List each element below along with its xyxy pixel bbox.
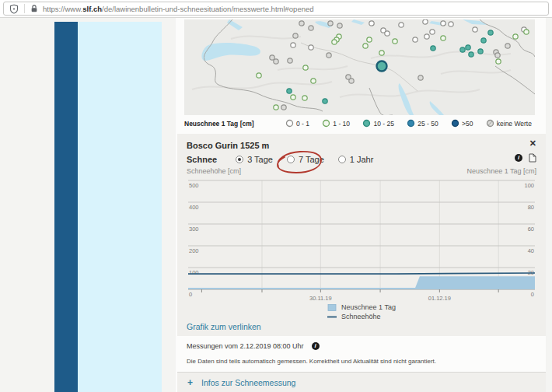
- info-icon[interactable]: i: [515, 154, 522, 162]
- station-marker[interactable]: [270, 55, 274, 60]
- left-cyan-panel: [78, 22, 162, 392]
- station-marker[interactable]: [302, 96, 307, 100]
- chart-legend-entry: Neuschnee 1 Tag: [327, 303, 396, 311]
- infos-expander-label: Infos zur Schneemessung: [201, 378, 295, 387]
- url-domain: slf.ch: [82, 5, 102, 13]
- radio-7-tage[interactable]: 7 Tage: [287, 155, 324, 164]
- station-marker[interactable]: [449, 22, 453, 26]
- legend-item: >50: [451, 119, 473, 128]
- station-marker[interactable]: [369, 21, 374, 26]
- infos-expander[interactable]: + Infos zur Schneemessung: [177, 372, 546, 392]
- station-marker[interactable]: [303, 65, 308, 70]
- station-marker[interactable]: [478, 49, 483, 54]
- station-marker[interactable]: [311, 79, 316, 83]
- svg-text:500: 500: [189, 182, 199, 189]
- station-marker[interactable]: [332, 40, 337, 44]
- legend-item: keine Werte: [486, 119, 532, 128]
- svg-text:40: 40: [528, 247, 534, 254]
- svg-text:400: 400: [189, 204, 199, 211]
- station-marker[interactable]: [379, 51, 384, 55]
- tab-schnee: Schnee: [187, 155, 217, 164]
- station-marker[interactable]: [299, 21, 304, 26]
- station-marker[interactable]: [328, 21, 333, 26]
- info-icon[interactable]: i: [312, 342, 320, 350]
- panel-icon-buttons: i: [515, 153, 536, 163]
- station-marker[interactable]: [413, 37, 417, 42]
- neuschnee-area: [188, 276, 535, 289]
- station-marker[interactable]: [323, 99, 327, 103]
- radio-1-jahr[interactable]: 1 Jahr: [338, 155, 374, 164]
- station-marker[interactable]: [363, 44, 368, 48]
- station-marker[interactable]: [423, 19, 428, 24]
- measurement-timestamp: Messungen vom 2.12.2019 08:00 Uhr: [187, 342, 304, 350]
- address-bar[interactable]: https://www.slf.ch/de/lawinenbulletin-un…: [3, 2, 549, 16]
- station-marker[interactable]: [288, 58, 292, 63]
- station-marker[interactable]: [418, 75, 423, 80]
- station-marker[interactable]: [441, 21, 445, 26]
- svg-text:200: 200: [189, 247, 199, 254]
- station-marker[interactable]: [466, 45, 470, 50]
- station-marker[interactable]: [327, 53, 331, 58]
- selected-station-marker[interactable]: [377, 61, 387, 72]
- station-marker[interactable]: [293, 33, 298, 38]
- svg-text:0: 0: [189, 291, 192, 298]
- station-marker[interactable]: [469, 52, 473, 57]
- left-dark-blue-bar: [54, 22, 78, 392]
- switzerland-station-map[interactable]: [184, 19, 535, 115]
- station-marker[interactable]: [274, 105, 278, 110]
- map-legend-title: Neuschnee 1 Tag [cm]: [184, 120, 285, 128]
- lock-icon: [30, 4, 38, 13]
- station-marker[interactable]: [291, 95, 295, 100]
- station-marker[interactable]: [473, 27, 477, 32]
- radio-dot[interactable]: [287, 156, 295, 163]
- svg-text:30.11.19: 30.11.19: [309, 295, 332, 302]
- export-document-icon[interactable]: [529, 153, 536, 163]
- chart-axis-headers: Schneehöhe [cm] Neuschnee 1 Tag [cm]: [187, 167, 536, 175]
- station-marker[interactable]: [424, 34, 429, 39]
- page-left-gutter: [0, 17, 54, 392]
- station-marker[interactable]: [481, 38, 486, 43]
- station-marker[interactable]: [385, 31, 390, 36]
- station-marker[interactable]: [393, 39, 397, 44]
- svg-text:60: 60: [528, 226, 534, 233]
- measurement-info-row: Messungen vom 2.12.2019 08:00 Uhr i: [187, 342, 320, 350]
- station-marker[interactable]: [281, 105, 286, 110]
- station-marker[interactable]: [257, 73, 261, 78]
- station-marker[interactable]: [460, 47, 465, 52]
- radio-dot[interactable]: [338, 156, 346, 163]
- station-marker[interactable]: [524, 30, 529, 34]
- station-marker[interactable]: [309, 26, 313, 30]
- radio-3-tage[interactable]: 3 Tage: [236, 155, 273, 164]
- station-marker[interactable]: [349, 79, 354, 83]
- station-marker[interactable]: [513, 34, 518, 39]
- svg-text:100: 100: [524, 182, 534, 189]
- legend-item: 1 - 10: [322, 119, 350, 128]
- station-marker[interactable]: [287, 89, 292, 93]
- data-disclaimer: Die Daten sind teils automatisch gemesse…: [187, 358, 436, 365]
- station-marker[interactable]: [488, 30, 493, 35]
- station-marker[interactable]: [441, 36, 445, 40]
- shield-icon[interactable]: [9, 4, 19, 14]
- url-text: https://www.slf.ch/de/lawinenbulletin-un…: [43, 5, 314, 13]
- svg-text:0: 0: [531, 291, 534, 298]
- station-marker[interactable]: [291, 43, 295, 47]
- station-marker[interactable]: [399, 23, 404, 27]
- graph-permalink[interactable]: Grafik zum verlinken: [187, 322, 261, 331]
- station-marker[interactable]: [495, 53, 500, 58]
- station-marker[interactable]: [337, 23, 342, 28]
- close-icon[interactable]: ✕: [529, 138, 536, 149]
- left-axis-label: Schneehöhe [cm]: [187, 167, 241, 175]
- chart-legend: Neuschnee 1 TagSchneehöhe: [177, 303, 546, 320]
- station-marker[interactable]: [274, 59, 278, 64]
- period-radio-group: 3 Tage7 Tage1 Jahr: [236, 155, 373, 164]
- station-marker[interactable]: [431, 46, 435, 51]
- station-marker[interactable]: [496, 59, 501, 64]
- station-marker[interactable]: [309, 45, 313, 50]
- radio-dot[interactable]: [236, 156, 243, 163]
- browser-chrome: https://www.slf.ch/de/lawinenbulletin-un…: [0, 0, 552, 18]
- station-marker[interactable]: [367, 37, 372, 42]
- svg-text:80: 80: [528, 204, 534, 211]
- station-marker[interactable]: [430, 30, 435, 34]
- station-marker[interactable]: [505, 44, 510, 48]
- map-legend-items: 0 - 11 - 1010 - 2525 - 50>50keine Werte: [285, 119, 535, 128]
